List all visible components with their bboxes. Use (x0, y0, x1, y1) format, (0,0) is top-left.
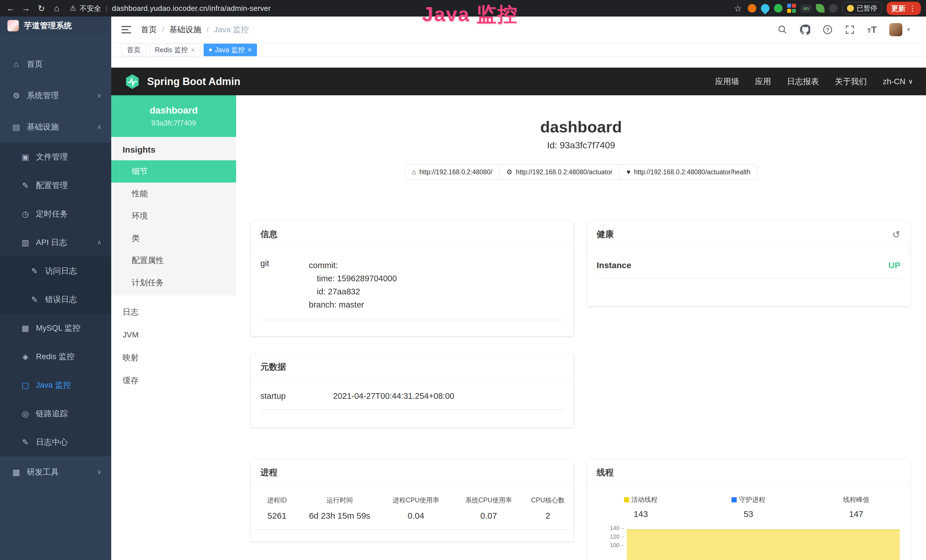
github-icon[interactable] (800, 24, 810, 35)
process-card-title: 进程 (251, 459, 574, 486)
sidebar-item-config-manage[interactable]: ✎ 配置管理 (0, 171, 111, 200)
sba-locale-select[interactable]: zh-CN ∨ (883, 77, 913, 86)
sba-item-logs[interactable]: 日志 (111, 301, 236, 324)
sidebar-item-file-manage[interactable]: ▣ 文件管理 (0, 143, 111, 171)
help-icon[interactable]: ? (823, 25, 832, 35)
forward-icon[interactable]: → (21, 3, 31, 13)
metadata-key: startup (260, 391, 333, 401)
sidebar-item-redis-monitor[interactable]: ◈ Redis 监控 (0, 342, 111, 371)
address-bar[interactable]: ⚠ 不安全 | dashboard.yudao.iocoder.cn/infra… (70, 4, 271, 13)
chrome-update-button[interactable]: 更新 ⋮ (887, 2, 921, 15)
app-logo-row[interactable]: 芋道管理系统 (0, 17, 111, 35)
info-card: 信息 git commit: time: 1596289704000 id: 2… (250, 221, 574, 336)
wrench-icon: ⚙ (506, 168, 513, 176)
app-logo-image (8, 20, 19, 31)
sidebar-item-access-log[interactable]: ✎ 访问日志 (0, 257, 111, 285)
url-text[interactable]: dashboard.yudao.iocoder.cn/infra/admin-s… (112, 4, 271, 13)
fullscreen-icon[interactable] (845, 25, 855, 35)
reload-icon[interactable]: ↻ (36, 3, 47, 14)
info-card-title: 信息 (251, 221, 574, 248)
sba-item-environment[interactable]: 环境 (111, 205, 236, 227)
devtools-icon: ▩ (11, 468, 21, 477)
sidebar-item-home[interactable]: ⌂ 首页 (0, 48, 111, 80)
app-logo-title: 芋道管理系统 (24, 20, 72, 31)
back-icon[interactable]: ← (5, 3, 16, 13)
top-navbar: 首页 / 基础设施 / Java 监控 ? TT ▾ (111, 17, 926, 43)
gear-icon: ⚙ (11, 91, 21, 100)
sidebar-item-error-log[interactable]: ✎ 错误日志 (0, 285, 111, 314)
browser-home-icon[interactable]: ⌂ (51, 3, 62, 13)
browser-menu-icon[interactable]: ⋮ (909, 4, 916, 13)
sidebar-item-label: 基础设施 (27, 121, 59, 132)
git-time-line: time: 1596289704000 (309, 272, 564, 285)
process-val-proc-cpu: 0.04 (380, 511, 452, 521)
sba-nav-wallboard[interactable]: 应用墙 (715, 76, 739, 87)
info-value: commit: time: 1596289704000 id: 27aa832 … (309, 259, 564, 311)
sba-item-scheduled-tasks[interactable]: 计划任务 (111, 272, 236, 294)
search-icon[interactable] (778, 25, 787, 35)
instance-health-link[interactable]: ♥ http://192.168.0.2:48080/actuator/heal… (619, 164, 758, 180)
sba-logo-icon (124, 74, 140, 89)
home-icon: ⌂ (412, 168, 416, 176)
security-label: 不安全 (80, 4, 101, 13)
tab-home[interactable]: 首页 (121, 44, 146, 56)
user-avatar[interactable] (889, 23, 902, 36)
sba-brand[interactable]: Spring Boot Admin (124, 74, 241, 89)
sba-app-header[interactable]: dashboard 93a3fc7f7409 (111, 95, 236, 137)
tab-redis-monitor[interactable]: Redis 监控 × (150, 44, 200, 56)
tab-java-monitor[interactable]: Java 监控 × (204, 44, 257, 56)
sba-item-jvm[interactable]: JVM (111, 324, 236, 346)
sidebar-item-system[interactable]: ⚙ 系统管理 ∨ (0, 80, 111, 111)
breadcrumb-home[interactable]: 首页 (141, 24, 157, 35)
health-instance-row: Instance UP (597, 259, 900, 278)
threads-card-title: 线程 (587, 459, 910, 486)
sba-item-config-props[interactable]: 配置属性 (111, 249, 236, 272)
link-url: http://192.168.0.2:48080/ (419, 168, 493, 176)
tab-close-icon[interactable]: × (248, 46, 251, 54)
threads-legend: 活动线程 143 守护进程 53 线程峰值 147 (587, 486, 910, 519)
instance-home-link[interactable]: ⌂ http://192.168.0.2:48080/ (405, 164, 499, 180)
sidebar-item-scheduled-task[interactable]: ◷ 定时任务 (0, 200, 111, 228)
sba-item-caches[interactable]: 缓存 (111, 369, 236, 392)
threads-card: 线程 活动线程 143 守护进程 53 线程峰值 147 140 120 100 (587, 459, 910, 560)
extension-drop-icon[interactable] (759, 2, 771, 14)
sidebar-item-label: MySQL 监控 (36, 322, 80, 333)
sidebar-item-log-center[interactable]: ✎ 日志中心 (0, 428, 111, 456)
sba-item-details[interactable]: 细节 (111, 160, 236, 183)
sidebar-item-label: 配置管理 (36, 180, 68, 191)
font-size-icon[interactable]: TT (867, 24, 877, 35)
extension-grid-icon[interactable] (787, 4, 796, 13)
avatar-caret-icon[interactable]: ▾ (907, 26, 910, 33)
instance-actuator-link[interactable]: ⚙ http://192.168.0.2:48080/actuator (499, 164, 619, 180)
security-warning-icon[interactable]: ⚠ (70, 4, 76, 13)
home-icon: ⌂ (11, 60, 21, 69)
sidebar-item-devtools[interactable]: ▩ 研发工具 ∨ (0, 456, 111, 488)
sidebar-item-infra[interactable]: ▤ 基础设施 ∧ (0, 111, 111, 143)
git-id-line: id: 27aa832 (309, 285, 564, 298)
tab-close-icon[interactable]: × (191, 46, 195, 54)
sba-item-classes[interactable]: 类 (111, 227, 236, 249)
extension-paw-icon[interactable] (829, 4, 838, 12)
history-icon[interactable]: ↺ (892, 229, 900, 240)
extension-on-badge[interactable]: on (801, 5, 811, 12)
sidebar-item-trace[interactable]: ◎ 链路追踪 (0, 400, 111, 428)
sba-item-metrics[interactable]: 性能 (111, 183, 236, 205)
sba-item-mappings[interactable]: 映射 (111, 346, 236, 369)
sba-nav-about[interactable]: 关于我们 (835, 76, 867, 87)
link-url: http://192.168.0.2:48080/actuator (516, 168, 613, 176)
profile-paused-badge[interactable]: 已暂停 (842, 2, 882, 15)
metadata-card: 元数据 startup 2021-04-27T00:44:31.254+08:0… (250, 353, 574, 428)
bookmark-star-icon[interactable]: ☆ (732, 3, 743, 14)
breadcrumb-section[interactable]: 基础设施 (169, 24, 201, 35)
legend-value: 53 (695, 509, 802, 519)
sba-nav-applications[interactable]: 应用 (755, 76, 771, 87)
sidebar-item-api-log[interactable]: ▥ API 日志 ∧ (0, 228, 111, 257)
sidebar-item-java-monitor[interactable]: ▢ Java 监控 (0, 371, 111, 400)
sba-nav-journal[interactable]: 日志报表 (787, 76, 819, 87)
extension-green-icon[interactable] (774, 4, 782, 12)
chevron-up-icon: ∧ (97, 239, 101, 246)
extension-orange-icon[interactable] (748, 4, 756, 12)
extension-leaf-icon[interactable] (816, 4, 825, 12)
hamburger-icon[interactable] (121, 26, 131, 33)
sidebar-item-mysql-monitor[interactable]: ▦ MySQL 监控 (0, 314, 111, 342)
